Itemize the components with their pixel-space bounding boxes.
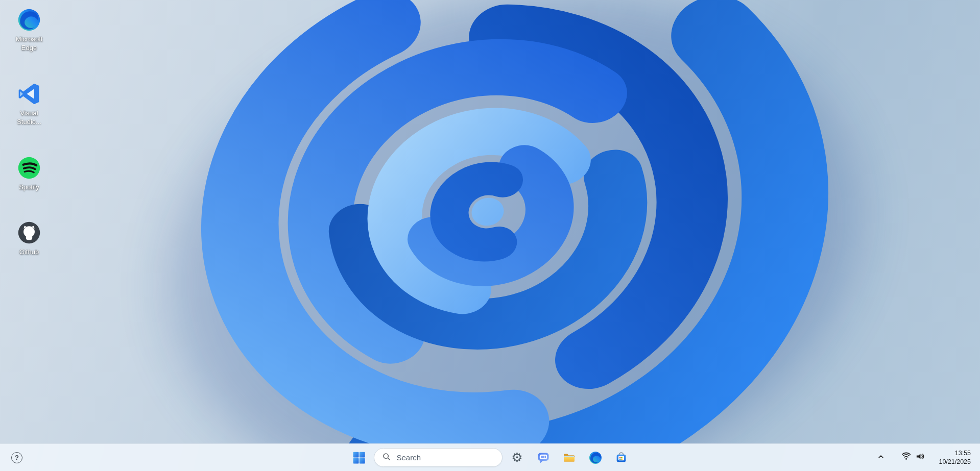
desktop-icon-visual-studio[interactable]: Visual Studio...	[5, 82, 53, 127]
clock-time: 13:55	[939, 449, 971, 457]
desktop-icon-label: Spotify	[19, 183, 39, 192]
file-explorer-icon	[563, 451, 576, 464]
desktop-icon-spotify[interactable]: Spotify	[5, 156, 53, 192]
taskbar-search[interactable]	[374, 448, 503, 467]
desktop-icon-list: Microsoft Edge Visual Studio... Spotify	[5, 8, 53, 257]
desktop-icon-label: Microsoft Edge	[7, 35, 51, 53]
spotify-icon	[17, 156, 41, 180]
clock[interactable]: 13:55 10/21/2025	[935, 447, 975, 468]
system-tray: 13:55 10/21/2025	[873, 444, 975, 471]
chevron-up-icon	[877, 453, 885, 463]
desktop-icon-github[interactable]: Github	[5, 221, 53, 257]
search-input[interactable]	[397, 453, 498, 462]
clock-date: 10/21/2025	[939, 458, 971, 466]
hidden-icons-button[interactable]	[873, 448, 889, 468]
github-icon	[17, 221, 41, 244]
taskbar-left: ?	[11, 444, 22, 471]
settings-button[interactable]: ⚙	[506, 447, 529, 469]
wifi-icon	[901, 452, 911, 463]
network-volume-button[interactable]	[898, 448, 928, 468]
file-explorer-button[interactable]	[558, 447, 581, 469]
start-button[interactable]	[348, 447, 370, 469]
help-icon[interactable]: ?	[11, 452, 22, 463]
vscode-icon	[17, 82, 41, 106]
start-icon	[352, 451, 366, 464]
chat-button[interactable]	[532, 447, 555, 469]
edge-icon	[17, 8, 41, 32]
edge-icon	[589, 451, 602, 464]
store-button[interactable]	[610, 447, 633, 469]
taskbar-center: ⚙	[348, 444, 633, 471]
edge-button[interactable]	[584, 447, 607, 469]
chat-icon	[537, 451, 550, 464]
taskbar: ? ⚙	[0, 443, 980, 471]
desktop-wallpaper	[0, 0, 980, 443]
desktop-icon-microsoft-edge[interactable]: Microsoft Edge	[5, 8, 53, 53]
wallpaper-bloom	[0, 0, 980, 443]
store-icon	[615, 451, 628, 464]
settings-icon: ⚙	[511, 451, 522, 464]
desktop-icon-label: Github	[19, 248, 39, 257]
volume-icon	[915, 452, 925, 463]
desktop-icon-label: Visual Studio...	[7, 109, 51, 127]
search-icon	[382, 452, 391, 463]
